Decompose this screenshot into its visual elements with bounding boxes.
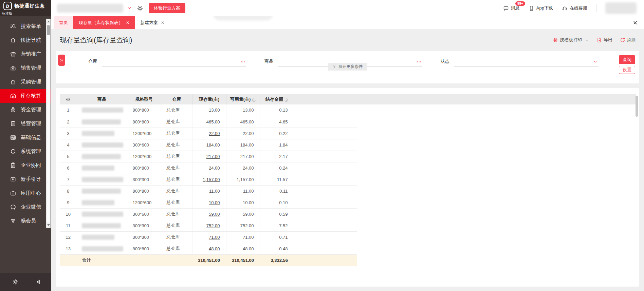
chevron-down-icon[interactable] bbox=[593, 59, 598, 64]
expand-more-conditions-button[interactable]: 展开更多条件 bbox=[328, 63, 367, 71]
stock-qty-link[interactable]: 465.00 bbox=[206, 119, 220, 124]
col-warehouse[interactable]: 仓库 bbox=[161, 94, 192, 104]
sidebar-item[interactable]: 搜索菜单 bbox=[0, 19, 51, 33]
status-filter-select[interactable] bbox=[454, 58, 599, 66]
experience-solution-button[interactable]: 体验行业方案 bbox=[149, 3, 185, 13]
sidebar-item[interactable]: 企业微信 bbox=[0, 200, 51, 214]
sidebar-item[interactable]: 基础信息 bbox=[0, 131, 51, 144]
redacted-product-text bbox=[82, 200, 114, 205]
table-row: 9 1200*600 总仓库 10.00 10.00 0.10 bbox=[60, 197, 636, 208]
online-service-label: 在线客服 bbox=[570, 5, 587, 11]
settings-gear-icon[interactable] bbox=[12, 279, 18, 285]
table-header-row: 商品 规格型号 仓库 现存量(主) 可用量(主) 结存金额 bbox=[60, 94, 636, 104]
query-button[interactable]: 查询 bbox=[619, 55, 635, 64]
sidebar-item[interactable]: 资金管理 bbox=[0, 103, 51, 117]
brand-logo: b 畅捷通好生意 标准版 bbox=[0, 0, 51, 16]
stock-qty-link[interactable]: 71.00 bbox=[209, 235, 220, 240]
col-product[interactable]: 商品 bbox=[77, 94, 127, 104]
tab-current-stock[interactable]: 现存量（库存状况表） ✕ bbox=[73, 16, 135, 29]
company-chevron-down-icon[interactable] bbox=[127, 5, 132, 11]
sidebar-item[interactable]: 库存核算 bbox=[0, 89, 51, 103]
sidebar-item-label: 畅会员 bbox=[21, 218, 36, 224]
available-qty-cell: 13.00 bbox=[226, 104, 260, 116]
available-qty-cell: 184.00 bbox=[226, 139, 260, 151]
row-filler bbox=[357, 162, 636, 174]
sidebar-item[interactable]: 采购管理 bbox=[0, 75, 51, 89]
app-download-entry[interactable]: App下载 bbox=[529, 5, 553, 11]
close-all-icon[interactable] bbox=[632, 20, 638, 25]
expand-more-label: 展开更多条件 bbox=[338, 64, 363, 70]
balance-amount-cell: 0.10 bbox=[260, 197, 294, 208]
scroll-down-arrow-icon[interactable] bbox=[47, 222, 50, 228]
sidebar-item[interactable]: 新手引导 bbox=[0, 172, 51, 186]
stock-qty-link[interactable]: 184.00 bbox=[206, 142, 220, 148]
messages-entry[interactable]: 消息 99+ bbox=[503, 5, 520, 11]
warehouse-filter-input[interactable] bbox=[102, 58, 246, 66]
stock-qty-link[interactable]: 59.00 bbox=[209, 212, 220, 217]
tab-new-plan[interactable]: 新建方案 ✕ bbox=[135, 16, 170, 29]
totals-pad bbox=[294, 254, 357, 266]
row-filler bbox=[357, 208, 636, 220]
sidebar-item[interactable]: 系统管理 bbox=[0, 144, 51, 158]
col-available-qty[interactable]: 可用量(主) bbox=[226, 94, 260, 104]
stock-qty-link[interactable]: 1,157.00 bbox=[203, 177, 220, 182]
column-settings-gear-icon[interactable] bbox=[66, 97, 71, 102]
redacted-user-info[interactable] bbox=[605, 2, 637, 14]
sidebar-item[interactable]: 经营管理 bbox=[0, 117, 51, 131]
ellipsis-picker-icon[interactable] bbox=[417, 59, 422, 64]
help-icon[interactable] bbox=[284, 97, 289, 102]
sidebar-item[interactable]: 营销推广 bbox=[0, 47, 51, 61]
tab-close-icon[interactable]: ✕ bbox=[126, 21, 129, 25]
scroll-up-arrow-icon[interactable] bbox=[47, 19, 50, 24]
row-filler bbox=[357, 128, 636, 139]
sidebar-item[interactable]: 快捷导航 bbox=[0, 33, 51, 47]
stock-qty-link[interactable]: 11.00 bbox=[209, 189, 220, 194]
filter-expander-button[interactable] bbox=[58, 55, 65, 66]
column-settings-header[interactable] bbox=[60, 94, 77, 104]
sidebar-item[interactable]: 畅会员 bbox=[0, 214, 51, 228]
col-spec[interactable]: 规格型号 bbox=[127, 94, 161, 104]
stock-qty-link[interactable]: 24.00 bbox=[209, 166, 220, 171]
table-scrollbar-thumb[interactable] bbox=[636, 96, 638, 117]
filter-buttons: 查询 设置 bbox=[619, 55, 635, 74]
refresh-button[interactable]: 刷新 bbox=[620, 37, 636, 43]
row-filler bbox=[357, 151, 636, 162]
tab-home[interactable]: 首页 bbox=[54, 16, 73, 29]
col-stock-qty[interactable]: 现存量(主) bbox=[192, 94, 226, 104]
sidebar-scrollbar[interactable] bbox=[46, 19, 51, 228]
balance-amount-cell: 0.11 bbox=[260, 185, 294, 197]
stock-qty-link[interactable]: 752.00 bbox=[206, 223, 220, 228]
product-cell bbox=[77, 139, 127, 151]
sidebar-footer bbox=[0, 273, 51, 291]
warehouse-cell: 总仓库 bbox=[161, 174, 192, 185]
tab-close-icon[interactable]: ✕ bbox=[161, 21, 164, 25]
row-pad bbox=[294, 185, 357, 197]
stock-qty-link[interactable]: 22.00 bbox=[209, 131, 220, 136]
stock-qty-link[interactable]: 48.00 bbox=[209, 246, 220, 251]
sidebar-item[interactable]: 销售管理 bbox=[0, 61, 51, 75]
stock-qty-link[interactable]: 217.00 bbox=[206, 154, 220, 159]
print-chevron-down-icon[interactable] bbox=[585, 38, 589, 43]
collapse-sidebar-icon[interactable] bbox=[35, 279, 41, 285]
filter-panel: 仓库 商品 状态 bbox=[56, 51, 639, 83]
sidebar-item-label: 销售管理 bbox=[21, 65, 41, 71]
print-by-template-button[interactable]: 按模板打印 bbox=[553, 37, 589, 43]
spec-cell: 800*800 bbox=[127, 162, 161, 174]
col-balance-amount[interactable]: 结存金额 bbox=[260, 94, 294, 104]
sidebar-item[interactable]: 应用中心 bbox=[0, 186, 51, 200]
sidebar-item[interactable]: 企业协同 bbox=[0, 158, 51, 172]
stock-qty-link[interactable]: 10.00 bbox=[209, 200, 220, 205]
online-service-entry[interactable]: 在线客服 bbox=[562, 5, 587, 11]
scrollbar-thumb[interactable] bbox=[47, 25, 50, 35]
help-icon[interactable] bbox=[252, 97, 256, 102]
stock-qty-link[interactable]: 13.00 bbox=[209, 108, 220, 113]
export-label: 导出 bbox=[604, 37, 612, 43]
redacted-company-name[interactable] bbox=[57, 4, 123, 13]
product-cell bbox=[77, 185, 127, 197]
topbar-gear-icon[interactable] bbox=[137, 5, 143, 12]
available-qty-cell: 1,157.00 bbox=[226, 174, 260, 185]
export-button[interactable]: 导出 bbox=[596, 37, 612, 43]
table-row: 12 300*300 总仓库 71.00 71.00 0.71 bbox=[60, 231, 636, 243]
settings-button[interactable]: 设置 bbox=[619, 66, 635, 74]
ellipsis-picker-icon[interactable] bbox=[240, 59, 245, 64]
